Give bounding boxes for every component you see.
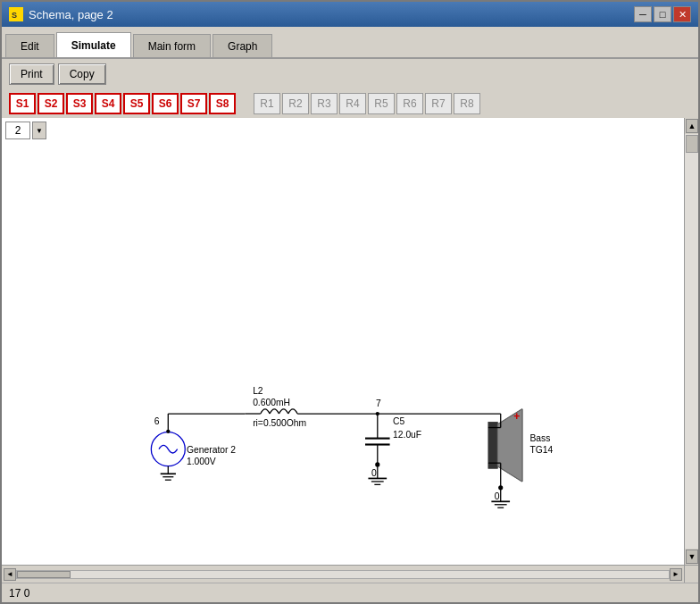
speaker-label: Bass <box>529 433 550 443</box>
print-button[interactable]: Print <box>9 63 54 85</box>
node-cap-bottom: 0 <box>371 468 377 478</box>
capacitor-value: 12.0uF <box>393 430 421 440</box>
svg-text:S: S <box>12 11 17 20</box>
scroll-track <box>685 134 698 549</box>
r-btn-r1[interactable]: R1 <box>254 93 280 114</box>
r-btn-r5[interactable]: R5 <box>368 93 395 114</box>
switch-s7[interactable]: S7 <box>180 93 207 114</box>
tab-mainform[interactable]: Main form <box>133 34 211 57</box>
switch-s4[interactable]: S4 <box>95 93 121 114</box>
r-btn-r2[interactable]: R2 <box>282 93 309 114</box>
toolbar: Print Copy <box>2 59 698 89</box>
generator-value: 1.000V <box>187 457 216 466</box>
circuit-canvas: ▼ Generator 2 1.000V 6 <box>2 118 684 565</box>
circuit-diagram: Generator 2 1.000V 6 <box>2 118 684 565</box>
page-dropdown[interactable]: ▼ <box>32 122 46 139</box>
r-btn-r8[interactable]: R8 <box>454 93 480 114</box>
minimize-button[interactable]: ─ <box>634 6 652 22</box>
node-6: 6 <box>154 416 160 426</box>
title-bar: S Schema, page 2 ─ □ ✕ <box>2 2 698 27</box>
switch-s2[interactable]: S2 <box>38 93 64 114</box>
window-title: Schema, page 2 <box>29 8 113 21</box>
inductor-label: L2 <box>253 386 263 396</box>
copy-button[interactable]: Copy <box>58 63 106 85</box>
scroll-left-button[interactable]: ◄ <box>4 568 16 581</box>
switch-row: S1 S2 S3 S4 S5 S6 S7 S8 R1 R2 R3 R4 R5 R… <box>2 89 698 118</box>
maximize-button[interactable]: □ <box>654 6 671 22</box>
switch-s1[interactable]: S1 <box>9 93 36 114</box>
bottom-scroll-bar: ◄ ► <box>2 565 698 583</box>
tab-bar: Edit Simulate Main form Graph <box>2 27 698 59</box>
h-scroll-thumb[interactable] <box>17 571 71 578</box>
page-selector: ▼ <box>5 122 46 139</box>
tab-simulate[interactable]: Simulate <box>56 32 131 57</box>
switch-s3[interactable]: S3 <box>66 93 93 114</box>
inductor-value2: ri=0.500Ohm <box>253 418 306 428</box>
inductor-value1: 0.600mH <box>253 398 290 407</box>
title-bar-left: S Schema, page 2 <box>9 7 113 21</box>
generator-label: Generator 2 <box>187 445 236 455</box>
status-coords: 17 0 <box>9 587 29 600</box>
close-button[interactable]: ✕ <box>673 6 691 22</box>
title-buttons: ─ □ ✕ <box>634 6 691 22</box>
switch-s8[interactable]: S8 <box>209 93 236 114</box>
tab-graph[interactable]: Graph <box>212 34 272 57</box>
node-speaker-bottom: 0 <box>495 491 500 501</box>
switch-s6[interactable]: S6 <box>152 93 179 114</box>
switch-s5[interactable]: S5 <box>123 93 150 114</box>
r-btn-r3[interactable]: R3 <box>311 93 338 114</box>
svg-text:+: + <box>513 410 520 423</box>
content-area: ▼ Generator 2 1.000V 6 <box>2 118 698 565</box>
tab-edit[interactable]: Edit <box>5 34 54 57</box>
status-bar: 17 0 <box>2 583 698 602</box>
scroll-up-button[interactable]: ▲ <box>686 119 698 133</box>
app-icon: S <box>9 7 23 21</box>
r-btn-r7[interactable]: R7 <box>425 93 452 114</box>
vertical-scrollbar[interactable]: ▲ ▼ <box>684 118 698 565</box>
r-btn-r4[interactable]: R4 <box>339 93 366 114</box>
horizontal-scrollbar[interactable]: ◄ ► <box>2 566 684 583</box>
node-7: 7 <box>376 398 381 408</box>
svg-rect-23 <box>488 423 497 469</box>
page-number-input[interactable] <box>5 122 30 139</box>
main-window: S Schema, page 2 ─ □ ✕ Edit Simulate Mai… <box>0 0 700 604</box>
capacitor-label: C5 <box>393 416 404 426</box>
scroll-corner <box>684 566 698 583</box>
h-scroll-track <box>16 570 670 579</box>
speaker-sublabel: TG14 <box>529 445 553 455</box>
scroll-down-button[interactable]: ▼ <box>686 549 698 564</box>
scroll-thumb[interactable] <box>686 135 698 153</box>
r-btn-r6[interactable]: R6 <box>396 93 423 114</box>
scroll-right-button[interactable]: ► <box>670 568 682 581</box>
